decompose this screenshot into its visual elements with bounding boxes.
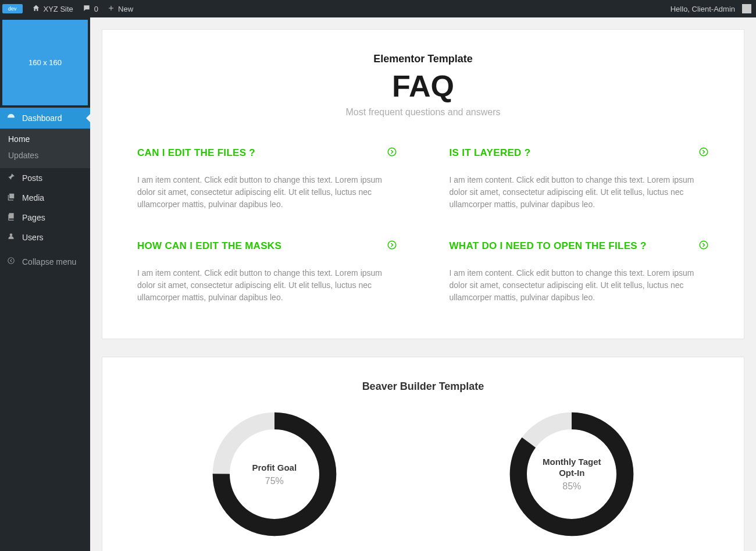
- comment-icon: [83, 4, 91, 14]
- faq-answer: I am item content. Click edit button to …: [137, 267, 397, 304]
- faq-question: WHAT DO I NEED TO OPEN THE FILES ?: [450, 240, 647, 252]
- circle-arrow-icon: [387, 240, 397, 252]
- beaver-eyebrow: Beaver Builder Template: [137, 381, 709, 393]
- faq-item: IS IT LAYERED ? I am item content. Click…: [450, 147, 709, 211]
- media-icon: [6, 193, 16, 203]
- sidebar-item-label: Pages: [22, 213, 45, 222]
- svg-point-1: [388, 148, 396, 156]
- sidebar-item-media[interactable]: Media: [0, 188, 90, 208]
- admin-toolbar: dev XYZ Site 0 New Hello, Client-Admin: [0, 0, 756, 17]
- faq-subtitle: Most frequent questions and answers: [137, 107, 709, 118]
- sidebar-item-users[interactable]: Users: [0, 227, 90, 247]
- gauge-value: 75%: [265, 476, 284, 486]
- faq-question: HOW CAN I EDIT THE MASKS: [137, 240, 281, 252]
- toolbar-new[interactable]: New: [103, 0, 138, 17]
- circle-arrow-icon: [698, 147, 709, 159]
- dev-badge: dev: [2, 4, 23, 13]
- svg-point-0: [8, 258, 15, 264]
- circle-arrow-icon: [387, 147, 397, 159]
- dashboard-icon: [6, 112, 16, 124]
- faq-title: FAQ: [137, 69, 709, 104]
- sidebar-item-label: Users: [22, 233, 44, 242]
- toolbar-account[interactable]: Hello, Client-Admin: [666, 0, 756, 17]
- faq-item: HOW CAN I EDIT THE MASKS I am item conte…: [137, 240, 397, 304]
- toolbar-new-label: New: [118, 5, 133, 13]
- toolbar-site-link[interactable]: XYZ Site: [27, 0, 78, 17]
- svg-point-4: [700, 241, 708, 249]
- faq-item: WHAT DO I NEED TO OPEN THE FILES ? I am …: [450, 240, 709, 304]
- sidebar-item-dashboard[interactable]: Dashboard: [0, 108, 90, 129]
- faq-toggle[interactable]: IS IT LAYERED ?: [450, 147, 709, 159]
- collapse-icon: [6, 257, 16, 267]
- faq-toggle[interactable]: HOW CAN I EDIT THE MASKS: [137, 240, 397, 252]
- sidebar-subitem-updates[interactable]: Updates: [0, 147, 90, 163]
- faq-question: CAN I EDIT THE FILES ?: [137, 147, 255, 159]
- sidebar-item-label: Media: [22, 193, 44, 202]
- svg-point-2: [700, 148, 708, 156]
- admin-sidebar: 160 x 160 Dashboard Home Updates Posts M…: [0, 17, 90, 551]
- sidebar-item-pages[interactable]: Pages: [0, 208, 90, 227]
- gauge-title-line2: Opt-In: [559, 468, 584, 478]
- faq-item: CAN I EDIT THE FILES ? I am item content…: [137, 147, 397, 211]
- sidebar-item-label: Dashboard: [22, 113, 62, 123]
- faq-toggle[interactable]: WHAT DO I NEED TO OPEN THE FILES ?: [450, 240, 709, 252]
- site-logo-placeholder: 160 x 160: [2, 20, 88, 105]
- sidebar-item-posts[interactable]: Posts: [0, 168, 90, 188]
- elementor-eyebrow: Elementor Template: [137, 53, 709, 65]
- toolbar-comments[interactable]: 0: [78, 0, 103, 17]
- user-icon: [6, 232, 16, 243]
- faq-answer: I am item content. Click edit button to …: [450, 267, 709, 304]
- faq-toggle[interactable]: CAN I EDIT THE FILES ?: [137, 147, 397, 159]
- gauge-title: Profit Goal: [252, 463, 297, 472]
- sidebar-submenu-dashboard: Home Updates: [0, 129, 90, 168]
- gauge-title: Monthly Taget: [543, 457, 601, 467]
- home-icon: [32, 4, 40, 14]
- plus-icon: [108, 5, 115, 13]
- page-icon: [6, 212, 16, 223]
- toolbar-comments-count: 0: [94, 5, 98, 13]
- faq-question: IS IT LAYERED ?: [450, 147, 531, 159]
- admin-content: Elementor Template FAQ Most frequent que…: [90, 17, 756, 551]
- gauge-monthly-target: Monthly Taget Opt-In 85%: [508, 410, 636, 538]
- circle-arrow-icon: [698, 240, 709, 252]
- gauge-value: 85%: [562, 481, 581, 492]
- faq-answer: I am item content. Click edit button to …: [450, 174, 709, 211]
- gauge-profit-goal: Profit Goal 75%: [211, 410, 338, 538]
- toolbar-site-name: XYZ Site: [44, 5, 73, 13]
- avatar: [742, 4, 751, 13]
- pin-icon: [6, 173, 16, 183]
- collapse-menu-label: Collapse menu: [22, 257, 76, 266]
- collapse-menu-button[interactable]: Collapse menu: [0, 252, 90, 272]
- toolbar-greeting: Hello, Client-Admin: [671, 5, 735, 13]
- sidebar-subitem-home[interactable]: Home: [0, 131, 90, 147]
- faq-answer: I am item content. Click edit button to …: [137, 174, 397, 211]
- svg-point-3: [388, 241, 396, 249]
- elementor-template-panel: Elementor Template FAQ Most frequent que…: [102, 29, 744, 339]
- sidebar-item-label: Posts: [22, 173, 42, 183]
- beaver-builder-panel: Beaver Builder Template Profit Goal 75%: [102, 357, 744, 551]
